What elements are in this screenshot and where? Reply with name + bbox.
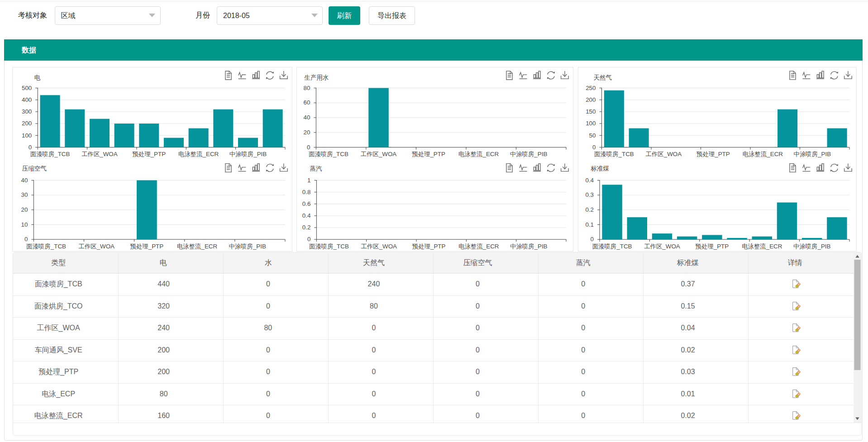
svg-text:80: 80: [303, 85, 310, 91]
svg-text:电泳整流_ECR: 电泳整流_ECR: [458, 151, 499, 157]
svg-text:0.2: 0.2: [585, 206, 594, 213]
svg-text:标准煤: 标准煤: [591, 165, 610, 172]
svg-text:40: 40: [21, 177, 28, 184]
svg-text:0.4: 0.4: [585, 177, 594, 184]
svg-text:工作区_WOA: 工作区_WOA: [646, 151, 682, 157]
svg-text:0: 0: [592, 144, 596, 151]
svg-text:工作区_WOA: 工作区_WOA: [81, 151, 118, 157]
svg-text:400: 400: [22, 96, 32, 103]
svg-text:0: 0: [24, 236, 28, 242]
svg-text:天然气: 天然气: [593, 74, 612, 81]
svg-text:电泳整流_ECR: 电泳整流_ECR: [743, 151, 783, 157]
svg-text:预处理_PTP: 预处理_PTP: [132, 151, 166, 157]
svg-text:蒸汽: 蒸汽: [310, 165, 322, 172]
svg-text:20: 20: [303, 129, 310, 136]
svg-text:中涂喷房_PIB: 中涂喷房_PIB: [229, 243, 267, 250]
svg-text:预处理_PTP: 预处理_PTP: [130, 243, 164, 250]
svg-text:0.4: 0.4: [302, 212, 310, 219]
svg-text:工作区_WOA: 工作区_WOA: [644, 243, 680, 250]
svg-text:0.8: 0.8: [302, 189, 310, 195]
svg-text:500: 500: [22, 85, 32, 91]
svg-text:预处理_PTP: 预处理_PTP: [695, 243, 729, 250]
svg-text:0: 0: [307, 144, 310, 151]
svg-text:中涂喷房_PIB: 中涂喷房_PIB: [793, 243, 831, 250]
svg-text:60: 60: [303, 99, 310, 106]
svg-text:中涂喷房_PIB: 中涂喷房_PIB: [510, 151, 547, 157]
svg-text:0.6: 0.6: [302, 200, 310, 207]
svg-text:电: 电: [34, 74, 41, 81]
svg-text:中涂喷房_PIB: 中涂喷房_PIB: [510, 243, 548, 250]
svg-text:面漆喷房_TCB: 面漆喷房_TCB: [309, 151, 348, 157]
svg-text:电泳整流_ECR: 电泳整流_ECR: [458, 243, 499, 250]
svg-text:10: 10: [21, 221, 28, 228]
svg-text:0.1: 0.1: [585, 221, 594, 228]
svg-text:50: 50: [589, 132, 596, 139]
svg-text:预处理_PTP: 预处理_PTP: [696, 151, 730, 157]
svg-text:压缩空气: 压缩空气: [22, 165, 47, 172]
svg-text:面漆喷房_TCB: 面漆喷房_TCB: [26, 243, 66, 250]
svg-text:电泳整流_ECR: 电泳整流_ECR: [177, 243, 218, 250]
svg-text:150: 150: [586, 108, 596, 115]
svg-text:30: 30: [21, 191, 28, 198]
svg-text:0: 0: [29, 144, 32, 151]
svg-text:工作区_WOA: 工作区_WOA: [360, 151, 396, 157]
svg-text:面漆喷房_TCB: 面漆喷房_TCB: [594, 151, 634, 157]
svg-text:200: 200: [586, 96, 596, 103]
svg-text:250: 250: [586, 85, 596, 91]
svg-text:生产用水: 生产用水: [304, 74, 329, 81]
svg-text:面漆喷房_TCB: 面漆喷房_TCB: [309, 243, 349, 250]
svg-text:预处理_PTP: 预处理_PTP: [411, 243, 445, 250]
svg-text:电泳整流_ECR: 电泳整流_ECR: [742, 243, 782, 250]
svg-text:300: 300: [22, 108, 32, 115]
svg-text:1: 1: [307, 177, 310, 184]
svg-text:200: 200: [22, 120, 32, 127]
svg-text:工作区_WOA: 工作区_WOA: [361, 243, 397, 250]
svg-text:面漆喷房_TCB: 面漆喷房_TCB: [592, 243, 632, 250]
svg-text:中涂喷房_PIB: 中涂喷房_PIB: [229, 151, 267, 157]
svg-text:0.3: 0.3: [585, 191, 594, 198]
svg-text:电泳整流_ECR: 电泳整流_ECR: [178, 151, 219, 157]
svg-text:面漆喷房_TCB: 面漆喷房_TCB: [30, 151, 70, 157]
svg-text:0.2: 0.2: [302, 224, 310, 231]
svg-text:40: 40: [303, 114, 310, 121]
svg-text:100: 100: [586, 120, 596, 127]
svg-text:工作区_WOA: 工作区_WOA: [79, 243, 115, 250]
svg-text:0: 0: [307, 236, 310, 242]
svg-text:20: 20: [21, 206, 28, 213]
svg-text:中涂喷房_PIB: 中涂喷房_PIB: [794, 151, 831, 157]
svg-text:预处理_PTP: 预处理_PTP: [411, 151, 445, 157]
svg-text:100: 100: [22, 132, 32, 139]
svg-text:0: 0: [591, 236, 594, 242]
